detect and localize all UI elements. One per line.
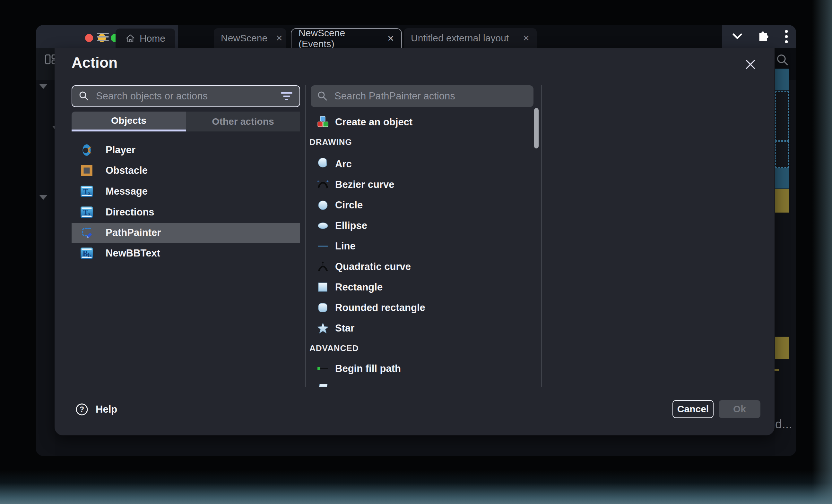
action-label: Create an object <box>335 116 413 128</box>
tab-untitled-external-layout[interactable]: Untitled external layout ✕ <box>404 28 537 48</box>
extensions-puzzle-icon[interactable] <box>757 30 769 43</box>
tab-close-icon[interactable]: ✕ <box>276 34 283 42</box>
object-row-newbbtext[interactable]: B b NewBBText <box>72 243 300 263</box>
action-dialog: Action <box>55 48 775 436</box>
object-row-pathpainter[interactable]: PathPainter <box>72 223 300 243</box>
cancel-button[interactable]: Cancel <box>673 400 713 418</box>
truncated-background-text: d... <box>775 417 792 431</box>
object-label: NewBBText <box>106 248 160 259</box>
background-left-panel <box>36 48 55 456</box>
svg-text:x: x <box>88 191 90 196</box>
object-label: PathPainter <box>106 227 161 239</box>
tree-collapse-icon[interactable] <box>39 84 48 89</box>
action-label: Rounded rectangle <box>335 302 425 313</box>
objects-search-field[interactable] <box>72 85 300 107</box>
object-label: Message <box>106 186 148 197</box>
tab-label: NewScene (Events) <box>298 28 379 49</box>
main-menu-icon[interactable] <box>97 33 109 41</box>
actions-search-input[interactable] <box>334 90 527 102</box>
create-object-icon <box>316 116 329 129</box>
action-label: Begin fill path <box>335 363 401 374</box>
search-icon <box>79 91 89 102</box>
tab-objects[interactable]: Objects <box>72 112 186 132</box>
more-options-kebab-icon[interactable] <box>784 29 788 44</box>
tab-newscene-events[interactable]: NewScene (Events) ✕ <box>291 28 402 48</box>
rounded-rectangle-icon <box>316 301 329 314</box>
action-label: Star <box>335 323 354 334</box>
help-button[interactable]: ? Help <box>75 403 117 416</box>
tab-close-icon[interactable]: ✕ <box>523 34 530 42</box>
bbtext-object-icon: B b <box>80 247 94 260</box>
ellipse-icon <box>316 219 329 232</box>
action-row-line[interactable]: Line <box>308 236 541 256</box>
desktop-background: Home NewScene ✕ NewScene (Events) ✕ Unti… <box>0 0 832 504</box>
object-row-obstacle[interactable]: Obstacle <box>72 161 300 180</box>
scene-selection-outline <box>775 141 789 168</box>
clipped-action-icon <box>316 383 329 387</box>
action-label: Quadratic curve <box>335 261 411 273</box>
svg-text:x: x <box>88 211 90 217</box>
close-icon[interactable] <box>744 58 757 72</box>
action-row-create-object[interactable]: Create an object <box>308 113 541 132</box>
scene-object-thumbnail <box>775 337 789 359</box>
help-icon: ? <box>75 403 88 416</box>
action-row-rectangle[interactable]: Rectangle <box>308 278 541 297</box>
app-window: Home NewScene ✕ NewScene (Events) ✕ Unti… <box>36 25 796 456</box>
chevron-down-icon[interactable] <box>732 33 743 40</box>
text-object-icon: T x <box>80 205 94 219</box>
object-row-directions[interactable]: T x Directions <box>72 202 300 222</box>
action-row-ellipse[interactable]: Ellipse <box>308 216 541 235</box>
actions-scrollbar-thumb[interactable] <box>534 108 539 148</box>
window-close-button[interactable] <box>85 34 93 42</box>
ok-button[interactable]: Ok <box>719 400 760 418</box>
object-type-tabs: Objects Other actions <box>72 112 300 132</box>
action-row-circle[interactable]: Circle <box>308 196 541 215</box>
arc-icon <box>316 158 329 171</box>
object-row-message[interactable]: T x Message <box>72 181 300 201</box>
svg-text:b: b <box>88 253 91 258</box>
action-row-star[interactable]: Star <box>308 319 541 338</box>
object-label: Player <box>106 144 135 156</box>
tree-collapse-icon[interactable] <box>39 195 48 200</box>
action-row-clipped[interactable] <box>308 380 541 387</box>
action-row-begin-fill-path[interactable]: Begin fill path <box>308 359 541 378</box>
tab-objects-label: Objects <box>111 115 146 126</box>
action-row-arc[interactable]: Arc <box>308 155 541 174</box>
bezier-curve-icon <box>316 178 329 191</box>
action-label: Rectangle <box>335 281 383 293</box>
objects-search-input[interactable] <box>95 90 280 102</box>
scene-object-thumbnail <box>775 189 789 213</box>
line-icon <box>316 240 329 253</box>
tab-home[interactable]: Home <box>115 29 175 48</box>
svg-text:T: T <box>83 208 88 217</box>
object-label: Directions <box>106 206 154 218</box>
player-icon <box>80 143 94 157</box>
help-label: Help <box>96 404 117 415</box>
scene-object-thumbnail <box>775 168 789 189</box>
home-icon <box>126 34 135 43</box>
action-row-rounded-rectangle[interactable]: Rounded rectangle <box>308 298 541 317</box>
filter-icon[interactable] <box>280 92 293 101</box>
search-icon <box>317 91 328 102</box>
circle-icon <box>316 199 329 212</box>
objects-list: Player Obstacle <box>72 140 300 268</box>
tab-close-icon[interactable]: ✕ <box>387 34 394 43</box>
object-label: Obstacle <box>106 165 148 176</box>
tab-newscene[interactable]: NewScene ✕ <box>214 28 286 48</box>
scene-object-thumbnail <box>775 68 789 90</box>
scene-selection-outline <box>775 91 789 141</box>
title-tab-bar: Home NewScene ✕ NewScene (Events) ✕ Unti… <box>36 25 796 48</box>
tab-label: NewScene <box>221 33 267 44</box>
tab-home-label: Home <box>140 33 165 44</box>
actions-search-field[interactable] <box>311 85 534 107</box>
svg-text:T: T <box>83 187 88 196</box>
action-row-quadratic-curve[interactable]: Quadratic curve <box>308 257 541 276</box>
rectangle-icon <box>316 281 329 294</box>
search-icon[interactable] <box>776 53 789 67</box>
tab-other-actions[interactable]: Other actions <box>186 112 300 132</box>
action-label: Line <box>335 241 356 252</box>
object-row-player[interactable]: Player <box>72 140 300 160</box>
begin-fill-path-icon <box>316 362 329 375</box>
panel-divider <box>305 85 306 387</box>
action-row-bezier-curve[interactable]: Bezier curve <box>308 175 541 194</box>
